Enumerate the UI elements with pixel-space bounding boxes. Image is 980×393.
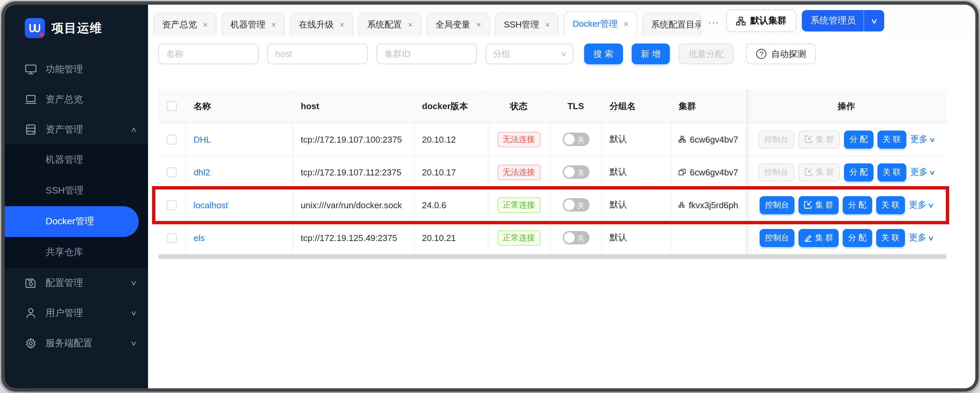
tabs-more-icon[interactable]: ··· [708, 17, 719, 27]
sidebar-item-feature-mgmt[interactable]: 功能管理 [5, 54, 148, 84]
docker-table: 名称 host docker版本 状态 TLS 分组名 集群 操作 DHL tc… [158, 90, 947, 254]
tls-toggle[interactable]: 关 [562, 198, 589, 212]
horizontal-scrollbar[interactable] [158, 254, 947, 259]
console-button[interactable]: 控制台 [758, 130, 794, 148]
tls-toggle[interactable]: 关 [562, 231, 589, 244]
batch-assign-button[interactable]: 批量分配 [679, 43, 734, 64]
version-cell: 20.10.17 [415, 156, 488, 189]
sidebar-item-docker-mgmt[interactable]: Docker管理 [5, 206, 138, 237]
link-button[interactable]: 关 联 [877, 130, 906, 148]
cluster-selector-button[interactable]: 默认集群 [726, 10, 797, 32]
link-button[interactable]: 关 联 [876, 196, 905, 214]
enter-cluster-icon [804, 201, 812, 209]
sidebar-item-asset-mgmt[interactable]: 资产管理 ∧ [5, 114, 148, 144]
status-badge: 无法连接 [497, 132, 540, 147]
docker-name-link[interactable]: dhl2 [194, 167, 210, 177]
row-checkbox[interactable] [167, 167, 177, 177]
cluster-id-filter-input[interactable] [377, 43, 477, 64]
user-icon [25, 307, 37, 319]
tab-system-config[interactable]: 系统配置× [358, 13, 422, 35]
sidebar-item-server-config[interactable]: 服务端配置 ∨ [5, 328, 148, 358]
monitor-icon [25, 63, 37, 75]
cluster-button[interactable]: 集 群 [799, 229, 839, 247]
name-filter-input[interactable] [158, 43, 259, 64]
console-button[interactable]: 控制台 [760, 229, 794, 247]
more-dropdown[interactable]: 更多∨ [909, 231, 934, 244]
assign-button[interactable]: 分 配 [843, 229, 872, 247]
tab-system-config-dir[interactable]: 系统配置目录 [643, 13, 702, 35]
assign-button[interactable]: 分 配 [843, 196, 872, 214]
select-all-checkbox[interactable] [167, 101, 177, 111]
row-checkbox[interactable] [167, 233, 177, 243]
close-icon[interactable]: × [203, 20, 208, 29]
close-icon[interactable]: × [271, 20, 276, 29]
assign-button[interactable]: 分 配 [844, 163, 873, 181]
tab-docker-mgmt[interactable]: Docker管理× [564, 11, 637, 35]
group-cell: 默认 [602, 123, 671, 156]
link-button[interactable]: 关 联 [876, 229, 905, 247]
tab-online-upgrade[interactable]: 在线升级× [290, 13, 353, 35]
group-cell: 默认 [602, 189, 671, 222]
row-checkbox[interactable] [167, 200, 177, 210]
more-dropdown[interactable]: 更多∨ [910, 166, 935, 178]
console-button[interactable]: 控制台 [760, 196, 794, 214]
search-button[interactable]: 搜 索 [584, 43, 623, 64]
cluster-icon [736, 16, 746, 25]
docker-name-link[interactable]: els [194, 233, 205, 243]
host-cell: tcp://172.19.107.112:2375 [293, 156, 415, 189]
close-icon[interactable]: × [408, 20, 413, 29]
sidebar-item-shared-repo[interactable]: 共享仓库 [5, 237, 148, 268]
assign-button[interactable]: 分 配 [844, 130, 873, 148]
sidebar-item-user-mgmt[interactable]: 用户管理 ∨ [5, 298, 148, 328]
tab-global-vars[interactable]: 全局变量× [427, 13, 490, 35]
more-dropdown[interactable]: 更多∨ [909, 199, 934, 211]
auto-detect-button[interactable]: ? 自动探测 [746, 43, 816, 64]
tab-asset-overview[interactable]: 资产总览× [153, 13, 216, 35]
app-logo: 项目运维 [5, 5, 148, 42]
cluster-button[interactable]: 集 群 [799, 163, 840, 181]
host-filter-input[interactable] [267, 43, 368, 64]
sidebar-item-label: 功能管理 [46, 63, 83, 75]
col-header-actions: 操作 [746, 90, 947, 123]
row-checkbox[interactable] [167, 134, 177, 144]
add-button[interactable]: 新 增 [632, 43, 670, 64]
console-button[interactable]: 控制台 [758, 163, 794, 181]
table-row-highlighted: localhost unix:///var/run/docker.sock 24… [158, 189, 947, 222]
cluster-button[interactable]: 集 群 [799, 130, 840, 148]
col-header-tls: TLS [550, 90, 602, 123]
host-cell: tcp://172.19.125.49:2375 [293, 222, 415, 254]
tab-ssh-mgmt[interactable]: SSH管理× [495, 13, 558, 35]
close-icon[interactable]: × [476, 20, 481, 29]
tab-machine-mgmt[interactable]: 机器管理× [222, 13, 285, 35]
close-icon[interactable]: × [545, 20, 550, 29]
sidebar-item-config-mgmt[interactable]: 配置管理 ∨ [5, 268, 148, 298]
chevron-down-icon: ∨ [130, 279, 137, 287]
app-logo-icon [25, 18, 45, 38]
sidebar-item-asset-overview[interactable]: 资产总览 [5, 84, 148, 114]
more-dropdown[interactable]: 更多∨ [910, 133, 935, 145]
tls-toggle[interactable]: 关 [562, 165, 589, 179]
edit-cluster-icon [804, 234, 812, 242]
chevron-down-icon: ∨ [929, 168, 936, 176]
sidebar-menu: 功能管理 资产总览 资产管理 ∧ 机器管理 SSH管理 Docker管理 共享仓… [5, 54, 148, 358]
cluster-button[interactable]: 集 群 [799, 196, 839, 214]
sidebar-submenu: 机器管理 SSH管理 Docker管理 共享仓库 [5, 144, 148, 268]
version-cell: 20.10.12 [415, 123, 488, 156]
cluster-id-text: fkvx3j5rd6ph [689, 200, 738, 210]
tab-bar: 资产总览× 机器管理× 在线升级× 系统配置× 全局变量× SSH管理× Doc… [148, 5, 975, 35]
docker-name-link[interactable]: DHL [194, 134, 211, 144]
group-filter-select[interactable]: 分组 ∨ [486, 43, 573, 64]
cluster-manager-icon [679, 201, 685, 209]
status-badge: 正常连接 [497, 230, 540, 246]
sidebar-item-machine-mgmt[interactable]: 机器管理 [5, 144, 148, 176]
sidebar-item-label: 服务端配置 [46, 337, 92, 349]
sidebar-item-ssh-mgmt[interactable]: SSH管理 [5, 176, 148, 206]
close-icon[interactable]: × [624, 19, 628, 29]
tls-toggle[interactable]: 关 [562, 133, 589, 146]
link-button[interactable]: 关 联 [877, 163, 906, 181]
enter-cluster-icon [805, 135, 813, 143]
close-icon[interactable]: × [340, 20, 344, 29]
docker-name-link[interactable]: localhost [194, 200, 228, 210]
col-header-version: docker版本 [415, 90, 488, 123]
user-menu-button[interactable]: 系统管理员 ∨ [802, 10, 884, 32]
